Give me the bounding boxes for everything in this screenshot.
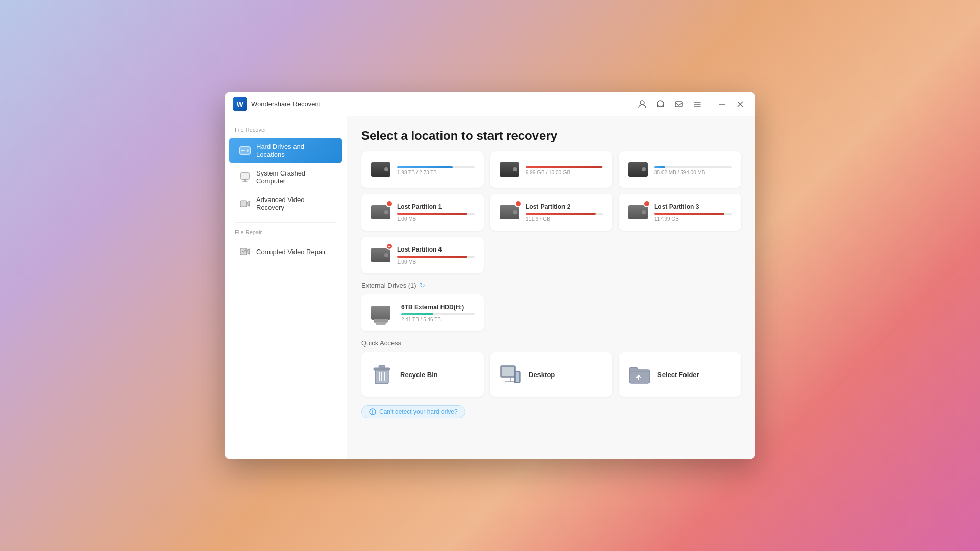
external-drive-info-0: 6TB External HDD(H:) 2.41 TB / 5.46 TB xyxy=(401,304,475,322)
svg-point-0 xyxy=(640,101,644,105)
recycle-bin-icon xyxy=(371,363,393,386)
lost-partition-icon-1: − xyxy=(499,202,520,222)
hard-drives-icon xyxy=(239,144,251,157)
lost-bar-2 xyxy=(654,213,724,215)
lost-bar-0 xyxy=(397,213,467,215)
lost-partition-card-3[interactable]: − Lost Partition 4 1.00 MB xyxy=(361,237,484,273)
svg-rect-14 xyxy=(374,368,390,370)
desktop-card[interactable]: Desktop xyxy=(490,352,612,397)
sidebar-item-system-crashed[interactable]: System Crashed Computer xyxy=(229,164,342,190)
lost-bar-container-1 xyxy=(526,213,603,215)
corrupted-video-icon xyxy=(239,245,251,258)
title-bar: W Wondershare Recoverit xyxy=(225,92,755,116)
drive-info-2: 85.02 MB / 594.00 MB xyxy=(654,164,732,176)
drive-card-0[interactable]: 1.98 TB / 2.73 TB xyxy=(361,151,484,188)
top-drives-grid: 1.98 TB / 2.73 TB 9.99 GB / 10.00 GB xyxy=(361,151,741,188)
app-window: W Wondershare Recoverit xyxy=(225,92,755,459)
svg-point-7 xyxy=(247,149,249,152)
svg-rect-3 xyxy=(663,105,664,107)
desktop-label: Desktop xyxy=(529,371,555,379)
lost-bar-3 xyxy=(397,256,467,258)
content-area[interactable]: Select a location to start recovery 1.98… xyxy=(347,116,755,459)
title-bar-right xyxy=(637,97,747,111)
sidebar-item-corrupted-video[interactable]: Corrupted Video Repair xyxy=(229,240,342,263)
select-folder-icon xyxy=(628,363,650,386)
external-drive-name-0: 6TB External HDD(H:) xyxy=(401,304,475,311)
quick-access-label: Quick Access xyxy=(361,339,741,347)
external-drive-card-0[interactable]: 6TB External HDD(H:) 2.41 TB / 5.46 TB xyxy=(361,294,484,331)
lost-partition-card-2[interactable]: − Lost Partition 3 117.99 GB xyxy=(619,194,741,231)
lost-partition-icon-3: − xyxy=(371,245,391,265)
lost-partitions-grid: − Lost Partition 1 1.00 MB − xyxy=(361,194,741,231)
lost-partition-name-2: Lost Partition 3 xyxy=(654,203,732,210)
person-icon[interactable] xyxy=(637,99,647,109)
drive-bar-container-0 xyxy=(397,166,475,168)
svg-rect-15 xyxy=(379,365,385,368)
recycle-bin-card[interactable]: Recycle Bin xyxy=(361,352,484,397)
window-controls xyxy=(715,97,747,111)
external-hdd-icon xyxy=(371,303,391,323)
svg-rect-17 xyxy=(502,367,514,376)
external-bar-0 xyxy=(401,313,433,315)
hdd-icon-2 xyxy=(628,159,648,180)
lost-bar-container-0 xyxy=(397,213,475,215)
svg-rect-10 xyxy=(241,173,249,179)
title-bar-left: W Wondershare Recoverit xyxy=(233,97,637,111)
drive-size-1: 9.99 GB / 10.00 GB xyxy=(526,170,603,176)
lost-partition-card-1[interactable]: − Lost Partition 2 111.67 GB xyxy=(490,194,612,231)
refresh-icon[interactable]: ↻ xyxy=(420,282,425,289)
menu-icon[interactable] xyxy=(692,99,702,109)
drive-card-2[interactable]: 85.02 MB / 594.00 MB xyxy=(619,151,741,188)
mail-icon[interactable] xyxy=(674,99,684,109)
lost-size-3: 1.00 MB xyxy=(397,259,475,265)
sidebar-item-advanced-video[interactable]: Advanced Video Recovery xyxy=(229,191,342,216)
lost-size-2: 117.99 GB xyxy=(654,216,732,222)
hdd-icon-0 xyxy=(371,159,391,180)
lost-size-0: 1.00 MB xyxy=(397,216,475,222)
app-title: Wondershare Recoverit xyxy=(251,100,321,108)
lost-partition-card-0[interactable]: − Lost Partition 1 1.00 MB xyxy=(361,194,484,231)
lost-partition-4-row: − Lost Partition 4 1.00 MB xyxy=(361,237,741,273)
cant-detect-text: Can't detect your hard drive? xyxy=(379,408,458,415)
file-recover-label: File Recover xyxy=(225,127,347,137)
sidebar-divider xyxy=(235,222,336,223)
drive-bar-container-2 xyxy=(654,166,732,168)
lost-partition-name-1: Lost Partition 2 xyxy=(526,203,603,210)
svg-rect-4 xyxy=(675,102,682,107)
lost-partition-icon-2: − xyxy=(628,202,648,222)
sidebar: File Recover Hard Drives and Locations xyxy=(225,116,347,459)
headset-icon[interactable] xyxy=(655,99,666,109)
lost-partition-icon-0: − xyxy=(371,202,391,222)
drive-bar-1 xyxy=(526,166,602,168)
system-crashed-label: System Crashed Computer xyxy=(256,169,332,185)
hard-drives-label: Hard Drives and Locations xyxy=(256,143,332,158)
select-folder-label: Select Folder xyxy=(657,371,699,379)
main-content: File Recover Hard Drives and Locations xyxy=(225,116,755,459)
svg-rect-19 xyxy=(516,372,519,382)
lost-partition-name-3: Lost Partition 4 xyxy=(397,246,475,253)
cant-detect-link[interactable]: Can't detect your hard drive? xyxy=(361,405,465,418)
hdd-icon-1 xyxy=(499,159,520,180)
app-logo: W xyxy=(233,97,247,111)
external-drive-size-0: 2.41 TB / 5.46 TB xyxy=(401,317,475,322)
desktop-icon xyxy=(499,363,522,386)
select-folder-card[interactable]: Select Folder xyxy=(619,352,741,397)
page-title: Select a location to start recovery xyxy=(361,129,741,143)
drive-bar-2 xyxy=(654,166,665,168)
drive-bar-0 xyxy=(397,166,453,168)
lost-partition-info-0: Lost Partition 1 1.00 MB xyxy=(397,203,475,222)
lost-bar-1 xyxy=(526,213,596,215)
minimize-button[interactable] xyxy=(715,97,729,111)
lost-partition-info-3: Lost Partition 4 1.00 MB xyxy=(397,246,475,265)
quick-access-grid: Recycle Bin Desktop xyxy=(361,352,741,397)
external-drives-grid: 6TB External HDD(H:) 2.41 TB / 5.46 TB xyxy=(361,294,741,331)
lost-partition-info-1: Lost Partition 2 111.67 GB xyxy=(526,203,603,222)
advanced-video-icon xyxy=(239,197,251,210)
svg-rect-11 xyxy=(240,201,247,207)
drive-card-1[interactable]: 9.99 GB / 10.00 GB xyxy=(490,151,612,188)
svg-point-21 xyxy=(372,410,373,411)
close-button[interactable] xyxy=(733,97,747,111)
sidebar-item-hard-drives[interactable]: Hard Drives and Locations xyxy=(229,138,342,163)
drive-size-0: 1.98 TB / 2.73 TB xyxy=(397,170,475,176)
lost-partition-name-0: Lost Partition 1 xyxy=(397,203,475,210)
